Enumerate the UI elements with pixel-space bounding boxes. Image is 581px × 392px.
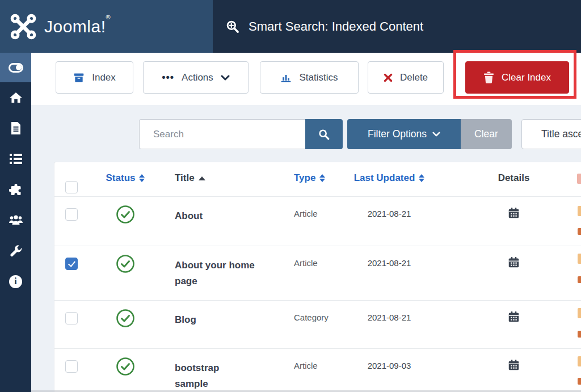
sidebar-toggle-button[interactable] [0,53,31,82]
chevron-down-icon [432,132,440,137]
sidebar-item-help[interactable]: i [0,266,31,297]
search-icon [318,128,330,141]
sidebar-item-home[interactable] [0,82,31,113]
calendar-icon[interactable] [508,256,520,268]
row-checkbox[interactable] [65,258,78,270]
item-type: Category [267,301,347,322]
clipped-column-fragment [578,308,581,318]
table-header-row: Status Title Type Last Updated Details [54,162,581,196]
item-title[interactable]: Blog [162,301,267,328]
bar-chart-icon [280,72,292,83]
clipped-column-fragment [578,378,581,385]
index-button[interactable]: Index [56,61,133,94]
item-last-updated: 2021-09-03 [347,349,432,370]
table-row: Blog Category 2021-08-21 [54,300,581,348]
sidebar-item-system[interactable] [0,235,31,266]
status-published-icon[interactable] [116,357,135,376]
delete-button[interactable]: Delete [368,61,444,94]
clipped-column-fragment [578,206,581,216]
x-icon [384,73,393,82]
logo-text: Joomla!® [44,17,111,36]
item-title[interactable]: bootstrap sample [162,349,247,392]
item-last-updated: 2021-08-21 [347,246,432,268]
column-header-details: Details [498,172,530,184]
home-icon [9,91,23,104]
document-icon [10,121,22,135]
statistics-button-label: Statistics [299,72,338,83]
trash-icon [483,71,494,83]
top-header: Joomla!® Smart Search: Indexed Content [0,0,581,53]
filter-bar: Filter Options Clear Title asce [31,105,581,162]
calendar-icon[interactable] [508,311,520,323]
sidebar-item-components[interactable] [0,174,31,205]
item-last-updated: 2021-08-21 [347,301,432,322]
sidebar-item-users[interactable] [0,205,31,235]
select-all-checkbox[interactable] [65,181,78,193]
column-header-title[interactable]: Title [175,172,267,184]
statistics-button[interactable]: Statistics [260,61,359,94]
actions-button-label: Actions [182,72,213,83]
archive-icon [73,72,85,83]
sidebar-item-content[interactable] [0,113,31,144]
sort-arrows-icon [419,174,424,182]
wrench-icon [9,245,22,258]
table-row: About your home page Article 2021-08-21 [54,246,581,300]
item-type: Article [267,349,347,370]
clear-index-button[interactable]: Clear Index [465,61,569,94]
title-bar: Smart Search: Indexed Content [213,0,581,53]
row-checkbox[interactable] [65,360,78,373]
sort-asc-icon [199,176,205,180]
users-icon [9,214,23,226]
clipped-column-fragment [578,228,581,235]
column-header-type[interactable]: Type [294,172,347,184]
item-type: Article [267,246,347,268]
clear-index-button-label: Clear Index [502,72,551,83]
table-row: About Article 2021-08-21 [54,196,581,246]
item-last-updated: 2021-08-21 [347,197,432,218]
item-type: Article [267,197,347,218]
sidebar-item-menus[interactable] [0,144,31,174]
column-header-last-updated[interactable]: Last Updated [354,172,425,184]
table-row: bootstrap sample Article 2021-09-03 [54,348,581,392]
status-published-icon[interactable] [116,309,135,328]
clipped-column-fragment [578,356,581,366]
delete-button-label: Delete [400,72,428,83]
info-icon: i [9,275,22,288]
actions-dropdown-button[interactable]: ••• Actions [143,61,249,94]
joomla-logo-icon [10,14,36,40]
item-title[interactable]: About your home page [162,246,267,289]
page-title: Smart Search: Indexed Content [249,19,423,34]
search-input[interactable] [139,119,305,149]
status-published-icon[interactable] [116,205,135,224]
sidebar-nav: i [0,53,31,392]
sort-order-select[interactable]: Title asce [521,119,581,149]
sort-arrows-icon [139,174,145,182]
list-icon [9,153,23,165]
clipped-column-fragment [578,254,581,264]
clipped-column-fragment [577,174,581,184]
chevron-down-icon [221,75,230,81]
row-checkbox[interactable] [65,208,78,221]
puzzle-icon [9,183,23,196]
ellipsis-icon: ••• [162,71,174,83]
search-plus-icon [225,19,240,34]
clipped-column-fragment [578,331,581,338]
index-button-label: Index [92,72,116,83]
indexed-content-table: Status Title Type Last Updated Details [54,162,581,392]
item-title[interactable]: About [162,197,267,224]
column-header-status[interactable]: Status [106,172,145,184]
toggle-icon [9,63,23,73]
filter-options-label: Filter Options [368,128,427,140]
sort-arrows-icon [319,174,325,182]
calendar-icon[interactable] [508,207,520,219]
clipped-column-fragment [578,276,581,283]
search-button[interactable] [305,119,343,149]
filter-options-button[interactable]: Filter Options [347,119,461,149]
calendar-icon[interactable] [508,359,520,371]
row-checkbox[interactable] [65,312,78,324]
logo-area: Joomla!® [0,0,213,53]
toolbar: Index ••• Actions Statistics Delete [31,53,581,105]
status-published-icon[interactable] [116,254,135,273]
clear-filter-button[interactable]: Clear [461,119,512,149]
